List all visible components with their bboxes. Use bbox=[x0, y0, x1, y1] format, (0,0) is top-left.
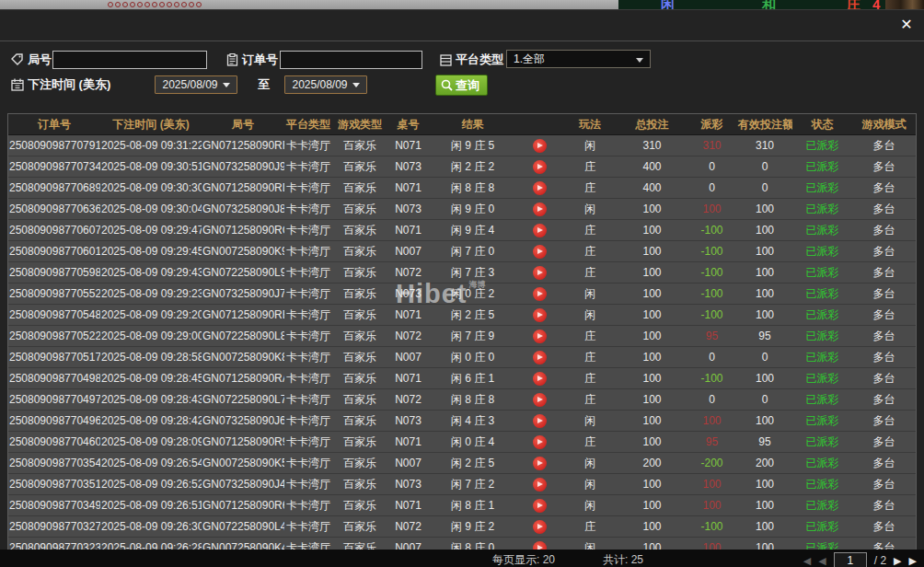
col-platform: 平台类型 bbox=[284, 114, 332, 135]
play-video-icon[interactable] bbox=[533, 372, 547, 386]
tag-icon bbox=[11, 53, 24, 66]
cell-mode: 多台 bbox=[852, 474, 916, 495]
next-page-icon[interactable]: ▶ bbox=[894, 554, 901, 567]
cell-platform: 卡卡湾厅 bbox=[284, 262, 332, 284]
cell-table-no: N071 bbox=[387, 178, 429, 199]
cell-table-no: N007 bbox=[387, 347, 429, 368]
table-row: 2508090987704962025-08-09 09:28:42GN0732… bbox=[8, 411, 916, 432]
play-video-icon[interactable] bbox=[533, 330, 547, 343]
cell-bet-type: 闲 bbox=[562, 305, 618, 326]
table-row: 2508090987704602025-08-09 09:28:09GN0712… bbox=[8, 432, 916, 453]
cell-valid-bet: 0 bbox=[737, 389, 792, 411]
road-bead bbox=[174, 2, 179, 7]
table-row: 2508090987703542025-08-09 09:26:54GN0072… bbox=[8, 453, 916, 474]
last-page-icon[interactable]: ▶ bbox=[909, 554, 917, 567]
cell-game-type: 百家乐 bbox=[332, 368, 387, 389]
cell-play bbox=[516, 368, 562, 389]
date-from-picker[interactable]: 2025/08/09 bbox=[155, 75, 237, 94]
play-video-icon[interactable] bbox=[533, 308, 547, 322]
cell-result: 闲 8 庄 8 bbox=[429, 389, 516, 411]
close-icon[interactable]: ✕ bbox=[898, 17, 915, 33]
cell-total-bet: 100 bbox=[618, 284, 687, 305]
cell-bet-type: 庄 bbox=[562, 156, 618, 178]
round-input[interactable] bbox=[52, 51, 207, 69]
cell-mode: 多台 bbox=[852, 305, 916, 326]
cell-table-no: N071 bbox=[387, 305, 429, 326]
cell-game-type: 百家乐 bbox=[332, 135, 387, 156]
cell-table-no: N071 bbox=[387, 432, 429, 453]
road-bead bbox=[115, 2, 121, 7]
cell-mode: 多台 bbox=[852, 389, 916, 411]
cell-payout: 95 bbox=[687, 432, 737, 453]
cell-game-type: 百家乐 bbox=[332, 495, 387, 516]
cell-bet-time: 2025-08-09 09:29:20 bbox=[100, 305, 202, 326]
cell-order: 250809098770351 bbox=[8, 474, 100, 495]
cell-order: 250809098770496 bbox=[8, 411, 100, 432]
first-page-icon[interactable]: ◀ bbox=[803, 554, 811, 567]
play-video-icon[interactable] bbox=[533, 478, 547, 492]
play-video-icon[interactable] bbox=[533, 457, 547, 470]
play-video-icon[interactable] bbox=[533, 499, 547, 513]
cell-bet-time: 2025-08-09 09:30:30 bbox=[100, 178, 202, 199]
play-video-icon[interactable] bbox=[533, 351, 547, 364]
cell-mode: 多台 bbox=[852, 220, 916, 241]
cell-payout: 100 bbox=[687, 199, 737, 220]
cell-payout: 0 bbox=[687, 178, 737, 199]
cell-play bbox=[516, 199, 562, 220]
calendar-icon bbox=[11, 78, 24, 91]
cell-status: 已派彩 bbox=[792, 199, 852, 220]
col-game-type: 游戏类型 bbox=[332, 114, 387, 135]
date-to-picker[interactable]: 2025/08/09 bbox=[284, 75, 367, 94]
cell-valid-bet: 100 bbox=[737, 284, 792, 305]
cell-play bbox=[516, 347, 562, 368]
cell-game-type: 百家乐 bbox=[332, 389, 387, 411]
cell-play bbox=[516, 156, 562, 178]
play-video-icon[interactable] bbox=[533, 139, 547, 153]
play-video-icon[interactable] bbox=[533, 181, 547, 195]
play-video-icon[interactable] bbox=[533, 266, 547, 280]
round-filter-label: 局号 bbox=[28, 52, 52, 68]
clipboard-icon bbox=[226, 53, 238, 66]
cell-table-no: N007 bbox=[387, 241, 429, 262]
dialog-header: ✕ bbox=[0, 10, 924, 41]
page-input[interactable] bbox=[834, 552, 867, 567]
cell-total-bet: 100 bbox=[618, 347, 687, 368]
play-video-icon[interactable] bbox=[533, 287, 547, 301]
table-row: 2508090987706072025-08-09 09:29:47GN0712… bbox=[8, 220, 916, 241]
cell-game-type: 百家乐 bbox=[332, 178, 387, 199]
cell-table-no: N073 bbox=[387, 156, 429, 178]
play-video-icon[interactable] bbox=[533, 202, 547, 216]
cell-platform: 卡卡湾厅 bbox=[284, 368, 332, 389]
order-input[interactable] bbox=[280, 51, 422, 69]
play-video-icon[interactable] bbox=[533, 160, 547, 174]
col-round: 局号 bbox=[202, 114, 284, 135]
cell-payout: -100 bbox=[687, 305, 737, 326]
search-button[interactable]: 查询 bbox=[435, 75, 488, 96]
cell-bet-type: 闲 bbox=[562, 135, 618, 156]
cell-bet-type: 庄 bbox=[562, 220, 618, 241]
cell-game-type: 百家乐 bbox=[332, 453, 387, 474]
cell-total-bet: 100 bbox=[618, 432, 687, 453]
play-video-icon[interactable] bbox=[533, 393, 547, 407]
cell-total-bet: 100 bbox=[618, 368, 687, 389]
platform-select[interactable]: 1.全部 bbox=[506, 50, 651, 68]
play-video-icon[interactable] bbox=[533, 245, 547, 259]
road-bead bbox=[196, 2, 202, 7]
filter-bar: 局号 订单号 平台类型 1.全部 下注时间 (美东) bbox=[0, 41, 924, 105]
cell-status: 已派彩 bbox=[792, 305, 852, 326]
play-video-icon[interactable] bbox=[533, 414, 547, 428]
play-video-icon[interactable] bbox=[533, 520, 547, 534]
cell-round: GN007258090K5 bbox=[202, 453, 284, 474]
prev-page-icon[interactable]: ◀ bbox=[818, 554, 826, 567]
pager: ◀ ◀ / 2 ▶ ▶ bbox=[803, 552, 917, 567]
cell-mode: 多台 bbox=[852, 432, 916, 453]
cell-table-no: N071 bbox=[387, 220, 429, 241]
cell-mode: 多台 bbox=[852, 411, 916, 432]
play-video-icon[interactable] bbox=[533, 224, 547, 237]
cell-table-no: N073 bbox=[387, 199, 429, 220]
cell-play bbox=[516, 220, 562, 241]
cell-bet-time: 2025-08-09 09:29:43 bbox=[100, 262, 202, 284]
col-status: 状态 bbox=[792, 114, 852, 135]
chevron-down-icon bbox=[352, 83, 360, 87]
play-video-icon[interactable] bbox=[533, 435, 547, 449]
